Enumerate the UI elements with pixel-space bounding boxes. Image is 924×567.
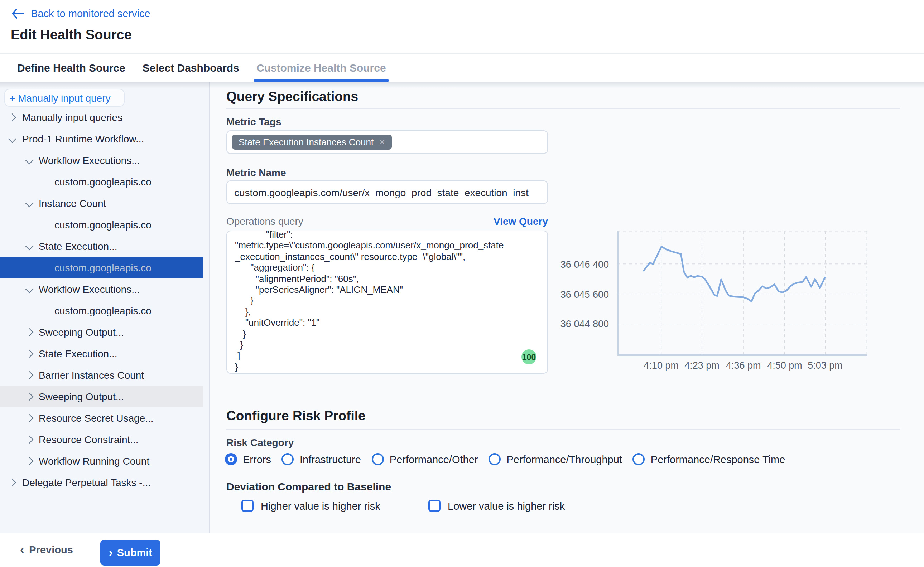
tree-item-selected[interactable]: custom.googleapis.co [0, 257, 203, 279]
tree-item-label: Prod-1 Runtime Workflow... [22, 133, 144, 145]
tree-item[interactable]: Sweeping Output... [0, 321, 203, 343]
metric-tags-input[interactable]: State Execution Instances Count × [226, 130, 548, 154]
deviation-checkbox-lower[interactable]: Lower value is higher risk [428, 500, 565, 512]
chevron-right-icon[interactable] [26, 436, 34, 444]
radio-selected-icon[interactable] [225, 453, 237, 465]
tree-item-label: custom.googleapis.co [54, 219, 152, 231]
tree-item[interactable]: Workflow Executions... [0, 279, 203, 300]
tree-item[interactable]: Resource Constraint... [0, 429, 203, 450]
deviation-baseline-label: Deviation Compared to Baseline [226, 480, 391, 492]
tree-item-label: Sweeping Output... [39, 391, 124, 402]
previous-button[interactable]: ‹ Previous [20, 544, 73, 555]
risk-category-option-performance-other[interactable]: Performance/Other [372, 453, 478, 465]
x-axis-tick-label: 4:23 pm [679, 360, 725, 371]
remove-tag-icon[interactable]: × [379, 137, 385, 147]
operations-query-json: "filter": "metric.type=\"custom.googleap… [227, 231, 547, 373]
chevron-right-icon[interactable] [26, 414, 34, 422]
tree-item-label: Instance Count [39, 198, 106, 209]
chevron-down-icon[interactable] [26, 285, 34, 294]
chevron-down-icon[interactable] [8, 135, 17, 143]
risk-category-option-performance-response-time[interactable]: Performance/Response Time [633, 453, 786, 465]
tree-item[interactable]: State Execution... [0, 343, 203, 364]
tree-item-label: Barrier Instances Count [39, 369, 144, 381]
tree-item[interactable]: custom.googleapis.co [0, 171, 203, 193]
tree-item[interactable]: custom.googleapis.co [0, 300, 203, 321]
tree-item[interactable]: Sweeping Output... [0, 386, 203, 407]
tree-item-label: custom.googleapis.co [54, 176, 152, 188]
risk-category-radio-group: ErrorsInfrastructurePerformance/OtherPer… [225, 453, 785, 465]
tree-item[interactable]: Prod-1 Runtime Workflow... [0, 128, 203, 150]
radio-label: Infrastructure [300, 453, 361, 465]
edit-health-source-page: Back to monitored service Edit Health So… [0, 0, 924, 567]
risk-category-label: Risk Category [226, 437, 294, 448]
radio-icon[interactable] [488, 453, 501, 465]
chevron-right-icon[interactable] [26, 371, 34, 380]
radio-icon[interactable] [372, 453, 384, 465]
chevron-right-icon[interactable] [26, 350, 34, 358]
tree-item-label: Delegate Perpetual Tasks -... [22, 477, 151, 488]
tree-item-label: custom.googleapis.co [54, 262, 152, 273]
radio-icon[interactable] [282, 453, 294, 465]
records-count-badge: 100 [521, 350, 536, 364]
tree-item[interactable]: Barrier Instances Count [0, 364, 203, 386]
radio-label: Performance/Throughput [506, 453, 622, 465]
x-axis-tick-label: 4:50 pm [762, 360, 808, 371]
tree-item-label: Resource Constraint... [39, 434, 138, 445]
risk-category-option-errors[interactable]: Errors [225, 453, 271, 465]
tab-define-health-source[interactable]: Define Health Source [17, 54, 125, 82]
tab-select-dashboards[interactable]: Select Dashboards [143, 54, 239, 82]
chevron-down-icon[interactable] [26, 156, 34, 165]
operations-query-textarea[interactable]: "filter": "metric.type=\"custom.googleap… [226, 231, 548, 374]
x-axis-tick-label: 4:10 pm [638, 360, 684, 371]
tab-customize-health-source[interactable]: Customize Health Source [257, 54, 386, 82]
footer-bar: ‹ Previous › Submit [0, 532, 924, 567]
chevron-right-icon[interactable] [26, 393, 34, 401]
tree-item[interactable]: Workflow Executions... [0, 150, 203, 171]
operations-query-label: Operations query [226, 216, 303, 227]
tree-item-label: State Execution... [39, 348, 117, 359]
tree-item-label: Workflow Executions... [39, 154, 140, 166]
back-arrow-icon [12, 9, 24, 19]
tree-item[interactable]: Delegate Perpetual Tasks -... [0, 472, 203, 493]
back-link[interactable]: Back to monitored service [12, 8, 150, 20]
risk-category-option-infrastructure[interactable]: Infrastructure [282, 453, 361, 465]
x-axis-tick-label: 5:03 pm [802, 360, 848, 371]
metric-tag-chip-label: State Execution Instances Count [239, 137, 374, 147]
tree-item[interactable]: custom.googleapis.co [0, 214, 203, 236]
submit-button[interactable]: › Submit [100, 540, 161, 566]
tree-item[interactable]: Resource Secret Usage... [0, 407, 203, 429]
tree-item-label: Manually input queries [22, 112, 122, 123]
view-query-link[interactable]: View Query [494, 216, 548, 227]
wizard-tabs: Define Health SourceSelect DashboardsCus… [0, 53, 924, 82]
tree-item[interactable]: State Execution... [0, 236, 203, 257]
back-link-label: Back to monitored service [31, 8, 150, 20]
tree-item-label: custom.googleapis.co [54, 305, 152, 316]
divider [226, 429, 900, 429]
metric-tree: Manually input queriesProd-1 Runtime Wor… [0, 106, 209, 493]
y-axis-tick-label: 36 046 400 [551, 259, 609, 270]
metric-preview-chart [618, 231, 867, 356]
metric-tags-label: Metric Tags [226, 116, 281, 128]
tree-item[interactable]: Workflow Running Count [0, 450, 203, 472]
main-panel: Query Specifications Metric Tags State E… [210, 82, 924, 532]
checkbox-icon[interactable] [241, 500, 254, 512]
risk-category-option-performance-throughput[interactable]: Performance/Throughput [488, 453, 622, 465]
chevron-down-icon[interactable] [26, 200, 34, 208]
tree-item-label: Workflow Executions... [39, 284, 140, 295]
chevron-right-icon[interactable] [26, 328, 34, 336]
chevron-down-icon[interactable] [26, 242, 34, 250]
checkbox-icon[interactable] [428, 500, 440, 512]
tree-item[interactable]: Manually input queries [0, 106, 203, 128]
radio-icon[interactable] [633, 453, 645, 465]
page-header: Back to monitored service Edit Health So… [0, 0, 924, 53]
chevron-right-icon[interactable] [8, 478, 17, 487]
tree-item[interactable]: Instance Count [0, 193, 203, 214]
checkbox-label: Lower value is higher risk [448, 500, 565, 512]
metric-name-input[interactable]: custom.googleapis.com/user/x_mongo_prod_… [226, 180, 548, 204]
chevron-right-icon[interactable] [8, 114, 17, 122]
deviation-checkbox-higher[interactable]: Higher value is higher risk [241, 500, 380, 512]
page-title: Edit Health Source [11, 27, 132, 43]
chevron-right-icon[interactable] [26, 457, 34, 465]
submit-chevron-icon: › [109, 548, 113, 558]
add-manual-query-button[interactable]: + Manually input query [4, 89, 125, 106]
